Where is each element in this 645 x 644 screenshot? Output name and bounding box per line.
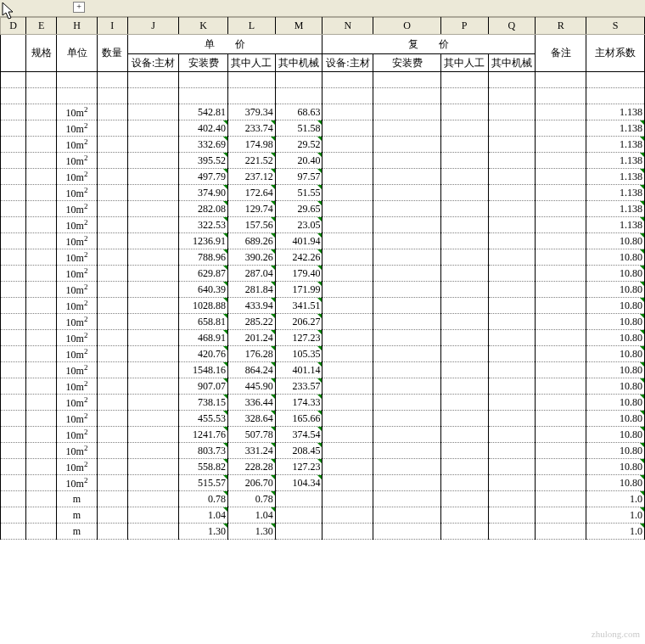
cell-l[interactable]: 379.34: [227, 104, 275, 120]
table-row[interactable]: 10m2395.52221.5220.401.138: [1, 153, 645, 169]
col-header[interactable]: I: [97, 18, 127, 35]
cell-s[interactable]: 1.138: [586, 153, 645, 169]
cell-s[interactable]: 10.80: [586, 427, 645, 443]
cell-l[interactable]: 390.26: [227, 249, 275, 266]
cell-s[interactable]: 10.80: [586, 395, 645, 411]
table-row[interactable]: 10m21236.91689.26401.9410.80: [1, 233, 645, 249]
cell-s[interactable]: 10.80: [586, 475, 645, 491]
cell-l[interactable]: 221.52: [227, 153, 275, 169]
cell-s[interactable]: 1.138: [586, 169, 645, 185]
cell-l[interactable]: 507.78: [227, 427, 275, 443]
table-row[interactable]: 10m2515.57206.70104.3410.80: [1, 475, 645, 491]
col-header[interactable]: Q: [488, 18, 536, 35]
cell-m[interactable]: 341.51: [275, 298, 322, 314]
cell-l[interactable]: 287.04: [227, 266, 275, 282]
cell-s[interactable]: 10.80: [586, 378, 645, 395]
cell-unit[interactable]: 10m2: [57, 378, 97, 395]
cell-unit[interactable]: 10m2: [57, 201, 97, 217]
cell-m[interactable]: 105.35: [275, 346, 322, 362]
cell-s[interactable]: 10.80: [586, 459, 645, 475]
table-row[interactable]: 10m2420.76176.28105.3510.80: [1, 346, 645, 362]
cell-unit[interactable]: 10m2: [57, 137, 97, 153]
cell-s[interactable]: 1.0: [586, 491, 645, 507]
table-row[interactable]: [1, 88, 645, 104]
table-row[interactable]: 10m2640.39281.84171.9910.80: [1, 282, 645, 298]
cell-k[interactable]: 1241.76: [179, 427, 228, 443]
cell-unit[interactable]: 10m2: [57, 362, 97, 378]
cell-l[interactable]: 129.74: [227, 201, 275, 217]
table-row[interactable]: 10m2374.90172.6451.551.138: [1, 185, 645, 201]
cell-s[interactable]: 1.138: [586, 217, 645, 233]
cell-unit[interactable]: 10m2: [57, 217, 97, 233]
cell-l[interactable]: 172.64: [227, 185, 275, 201]
cell-m[interactable]: 242.26: [275, 249, 322, 266]
cell-k[interactable]: 1.04: [179, 507, 228, 524]
table-row[interactable]: 10m2788.96390.26242.2610.80: [1, 249, 645, 266]
cell-k[interactable]: 497.79: [179, 169, 228, 185]
cell-s[interactable]: 10.80: [586, 411, 645, 427]
cell-unit[interactable]: 10m2: [57, 233, 97, 249]
cell-l[interactable]: 1.04: [227, 507, 275, 524]
cell-l[interactable]: 228.28: [227, 459, 275, 475]
col-header[interactable]: R: [536, 18, 586, 35]
table-row[interactable]: 10m2402.40233.7451.581.138: [1, 120, 645, 137]
cell-m[interactable]: 171.99: [275, 282, 322, 298]
cell-k[interactable]: 282.08: [179, 201, 228, 217]
col-header[interactable]: H: [57, 18, 97, 35]
cell-s[interactable]: 10.80: [586, 362, 645, 378]
cell-s[interactable]: 10.80: [586, 330, 645, 346]
cell-k[interactable]: 402.40: [179, 120, 228, 137]
cell-l[interactable]: 689.26: [227, 233, 275, 249]
cell-unit[interactable]: 10m2: [57, 298, 97, 314]
cell-unit[interactable]: 10m2: [57, 443, 97, 459]
cell-s[interactable]: 10.80: [586, 314, 645, 330]
table-row[interactable]: [1, 72, 645, 88]
expand-button[interactable]: +: [73, 2, 85, 13]
col-header[interactable]: D: [1, 18, 26, 35]
cell-s[interactable]: 1.138: [586, 104, 645, 120]
cell-m[interactable]: 29.52: [275, 137, 322, 153]
cell-l[interactable]: 233.74: [227, 120, 275, 137]
cell-unit[interactable]: m: [57, 507, 97, 524]
spreadsheet[interactable]: D E H I J K L M N O P Q R S 规格 单位 数量 单 价…: [0, 17, 645, 644]
cell-k[interactable]: 420.76: [179, 346, 228, 362]
table-row[interactable]: 10m2282.08129.7429.651.138: [1, 201, 645, 217]
col-header[interactable]: S: [586, 18, 645, 35]
col-header[interactable]: O: [373, 18, 440, 35]
cell-m[interactable]: 68.63: [275, 104, 322, 120]
cell-m[interactable]: 104.34: [275, 475, 322, 491]
cell-m[interactable]: 208.45: [275, 443, 322, 459]
cell-unit[interactable]: 10m2: [57, 120, 97, 137]
cell-unit[interactable]: 10m2: [57, 104, 97, 120]
table-row[interactable]: 10m2558.82228.28127.2310.80: [1, 459, 645, 475]
cell-l[interactable]: 174.98: [227, 137, 275, 153]
table-row[interactable]: 10m2738.15336.44174.3310.80: [1, 395, 645, 411]
table-row[interactable]: 10m21241.76507.78374.5410.80: [1, 427, 645, 443]
cell-m[interactable]: 401.14: [275, 362, 322, 378]
cell-m[interactable]: 127.23: [275, 330, 322, 346]
cell-l[interactable]: 201.24: [227, 330, 275, 346]
table-row[interactable]: 10m2803.73331.24208.4510.80: [1, 443, 645, 459]
cell-m[interactable]: 174.33: [275, 395, 322, 411]
cell-m[interactable]: 20.40: [275, 153, 322, 169]
cell-m[interactable]: [275, 491, 322, 507]
cell-s[interactable]: 10.80: [586, 298, 645, 314]
cell-m[interactable]: 401.94: [275, 233, 322, 249]
table-row[interactable]: 10m21548.16864.24401.1410.80: [1, 362, 645, 378]
cell-l[interactable]: 445.90: [227, 378, 275, 395]
cell-unit[interactable]: m: [57, 491, 97, 507]
table-row[interactable]: m0.780.781.0: [1, 491, 645, 507]
cell-k[interactable]: 738.15: [179, 395, 228, 411]
cell-k[interactable]: 332.69: [179, 137, 228, 153]
cell-l[interactable]: 331.24: [227, 443, 275, 459]
cell-k[interactable]: 542.81: [179, 104, 228, 120]
cell-m[interactable]: 127.23: [275, 459, 322, 475]
cell-unit[interactable]: 10m2: [57, 282, 97, 298]
cell-k[interactable]: 468.91: [179, 330, 228, 346]
cell-s[interactable]: 1.138: [586, 120, 645, 137]
cell-l[interactable]: 0.78: [227, 491, 275, 507]
cell-m[interactable]: 51.55: [275, 185, 322, 201]
table-row[interactable]: 10m2658.81285.22206.2710.80: [1, 314, 645, 330]
cell-k[interactable]: 1236.91: [179, 233, 228, 249]
cell-m[interactable]: 29.65: [275, 201, 322, 217]
